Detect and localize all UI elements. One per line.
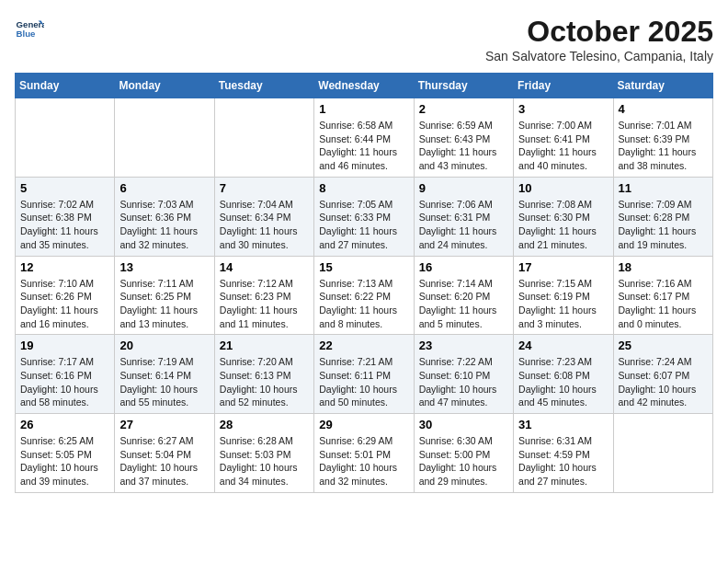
day-info: Sunrise: 6:29 AM Sunset: 5:01 PM Dayligh…: [319, 434, 408, 488]
day-cell: 24Sunrise: 7:23 AM Sunset: 6:08 PM Dayli…: [514, 335, 613, 414]
location-subtitle: San Salvatore Telesino, Campania, Italy: [485, 49, 713, 63]
day-cell: 20Sunrise: 7:19 AM Sunset: 6:14 PM Dayli…: [115, 335, 214, 414]
day-number: 19: [20, 339, 109, 352]
col-header-thursday: Thursday: [414, 74, 513, 98]
day-cell: 7Sunrise: 7:04 AM Sunset: 6:34 PM Daylig…: [214, 177, 313, 256]
day-cell: [613, 414, 712, 493]
day-cell: 11Sunrise: 7:09 AM Sunset: 6:28 PM Dayli…: [613, 177, 712, 256]
day-number: 3: [518, 102, 608, 116]
day-cell: 22Sunrise: 7:21 AM Sunset: 6:11 PM Dayli…: [314, 335, 414, 414]
day-number: 11: [619, 181, 708, 195]
week-row-1: 1Sunrise: 6:58 AM Sunset: 6:44 PM Daylig…: [16, 98, 713, 178]
day-info: Sunrise: 7:17 AM Sunset: 6:16 PM Dayligh…: [20, 355, 109, 409]
day-info: Sunrise: 6:31 AM Sunset: 4:59 PM Dayligh…: [518, 434, 608, 488]
day-number: 4: [619, 102, 708, 116]
day-cell: 25Sunrise: 7:24 AM Sunset: 6:07 PM Dayli…: [613, 335, 712, 414]
day-number: 7: [220, 181, 309, 195]
day-info: Sunrise: 7:15 AM Sunset: 6:19 PM Dayligh…: [518, 277, 608, 331]
day-cell: 12Sunrise: 7:10 AM Sunset: 6:26 PM Dayli…: [16, 256, 115, 335]
day-info: Sunrise: 7:08 AM Sunset: 6:30 PM Dayligh…: [518, 198, 608, 252]
week-row-2: 5Sunrise: 7:02 AM Sunset: 6:38 PM Daylig…: [16, 177, 713, 256]
day-cell: 30Sunrise: 6:30 AM Sunset: 5:00 PM Dayli…: [414, 414, 513, 493]
day-cell: 5Sunrise: 7:02 AM Sunset: 6:38 PM Daylig…: [16, 177, 115, 256]
day-info: Sunrise: 7:22 AM Sunset: 6:10 PM Dayligh…: [419, 355, 508, 409]
day-info: Sunrise: 6:30 AM Sunset: 5:00 PM Dayligh…: [419, 434, 508, 488]
day-info: Sunrise: 7:19 AM Sunset: 6:14 PM Dayligh…: [119, 355, 209, 409]
day-cell: 3Sunrise: 7:00 AM Sunset: 6:41 PM Daylig…: [514, 98, 613, 178]
day-number: 30: [419, 418, 508, 431]
day-number: 15: [319, 260, 408, 274]
day-info: Sunrise: 7:11 AM Sunset: 6:25 PM Dayligh…: [119, 277, 209, 331]
day-cell: 18Sunrise: 7:16 AM Sunset: 6:17 PM Dayli…: [613, 256, 712, 335]
day-number: 24: [518, 339, 608, 352]
col-header-friday: Friday: [514, 74, 613, 98]
day-info: Sunrise: 7:04 AM Sunset: 6:34 PM Dayligh…: [220, 198, 309, 252]
day-info: Sunrise: 7:12 AM Sunset: 6:23 PM Dayligh…: [220, 277, 309, 331]
day-info: Sunrise: 7:05 AM Sunset: 6:33 PM Dayligh…: [319, 198, 408, 252]
day-info: Sunrise: 7:10 AM Sunset: 6:26 PM Dayligh…: [20, 277, 109, 331]
day-info: Sunrise: 7:16 AM Sunset: 6:17 PM Dayligh…: [619, 277, 708, 331]
day-number: 23: [419, 339, 508, 352]
day-cell: 31Sunrise: 6:31 AM Sunset: 4:59 PM Dayli…: [514, 414, 613, 493]
day-cell: 15Sunrise: 7:13 AM Sunset: 6:22 PM Dayli…: [314, 256, 414, 335]
col-header-monday: Monday: [115, 74, 214, 98]
day-number: 27: [119, 418, 209, 431]
col-header-tuesday: Tuesday: [214, 74, 313, 98]
day-cell: 19Sunrise: 7:17 AM Sunset: 6:16 PM Dayli…: [16, 335, 115, 414]
logo: General Blue: [15, 15, 44, 44]
day-info: Sunrise: 6:28 AM Sunset: 5:03 PM Dayligh…: [220, 434, 309, 488]
day-cell: 4Sunrise: 7:01 AM Sunset: 6:39 PM Daylig…: [613, 98, 712, 178]
day-number: 21: [220, 339, 309, 352]
day-cell: 2Sunrise: 6:59 AM Sunset: 6:43 PM Daylig…: [414, 98, 513, 178]
day-info: Sunrise: 7:14 AM Sunset: 6:20 PM Dayligh…: [419, 277, 508, 331]
page-header: General Blue October 2025 San Salvatore …: [15, 15, 713, 63]
svg-text:Blue: Blue: [17, 29, 36, 39]
day-info: Sunrise: 6:59 AM Sunset: 6:43 PM Dayligh…: [419, 119, 508, 173]
day-number: 22: [319, 339, 408, 352]
day-number: 1: [319, 102, 408, 116]
day-number: 29: [319, 418, 408, 431]
day-cell: 29Sunrise: 6:29 AM Sunset: 5:01 PM Dayli…: [314, 414, 414, 493]
day-info: Sunrise: 7:09 AM Sunset: 6:28 PM Dayligh…: [619, 198, 708, 252]
day-number: 5: [20, 181, 109, 195]
day-cell: 16Sunrise: 7:14 AM Sunset: 6:20 PM Dayli…: [414, 256, 513, 335]
day-number: 16: [419, 260, 508, 274]
week-row-4: 19Sunrise: 7:17 AM Sunset: 6:16 PM Dayli…: [16, 335, 713, 414]
day-cell: [16, 98, 115, 178]
day-cell: [214, 98, 313, 178]
day-cell: 17Sunrise: 7:15 AM Sunset: 6:19 PM Dayli…: [514, 256, 613, 335]
calendar-table: SundayMondayTuesdayWednesdayThursdayFrid…: [15, 73, 713, 493]
day-number: 20: [119, 339, 209, 352]
title-area: October 2025 San Salvatore Telesino, Cam…: [485, 15, 713, 63]
day-info: Sunrise: 7:23 AM Sunset: 6:08 PM Dayligh…: [518, 355, 608, 409]
day-number: 12: [20, 260, 109, 274]
month-title: October 2025: [485, 15, 713, 49]
col-header-wednesday: Wednesday: [314, 74, 414, 98]
day-info: Sunrise: 7:00 AM Sunset: 6:41 PM Dayligh…: [518, 119, 608, 173]
day-info: Sunrise: 7:06 AM Sunset: 6:31 PM Dayligh…: [419, 198, 508, 252]
day-number: 26: [20, 418, 109, 431]
day-info: Sunrise: 7:21 AM Sunset: 6:11 PM Dayligh…: [319, 355, 408, 409]
week-row-5: 26Sunrise: 6:25 AM Sunset: 5:05 PM Dayli…: [16, 414, 713, 493]
day-info: Sunrise: 7:24 AM Sunset: 6:07 PM Dayligh…: [619, 355, 708, 409]
day-number: 13: [119, 260, 209, 274]
day-cell: 28Sunrise: 6:28 AM Sunset: 5:03 PM Dayli…: [214, 414, 313, 493]
day-cell: [115, 98, 214, 178]
day-cell: 23Sunrise: 7:22 AM Sunset: 6:10 PM Dayli…: [414, 335, 513, 414]
day-cell: 10Sunrise: 7:08 AM Sunset: 6:30 PM Dayli…: [514, 177, 613, 256]
day-number: 31: [518, 418, 608, 431]
day-info: Sunrise: 7:01 AM Sunset: 6:39 PM Dayligh…: [619, 119, 708, 173]
day-number: 25: [619, 339, 708, 352]
col-header-saturday: Saturday: [613, 74, 712, 98]
day-cell: 27Sunrise: 6:27 AM Sunset: 5:04 PM Dayli…: [115, 414, 214, 493]
day-info: Sunrise: 6:27 AM Sunset: 5:04 PM Dayligh…: [119, 434, 209, 488]
day-number: 8: [319, 181, 408, 195]
week-row-3: 12Sunrise: 7:10 AM Sunset: 6:26 PM Dayli…: [16, 256, 713, 335]
day-cell: 6Sunrise: 7:03 AM Sunset: 6:36 PM Daylig…: [115, 177, 214, 256]
day-info: Sunrise: 6:25 AM Sunset: 5:05 PM Dayligh…: [20, 434, 109, 488]
day-info: Sunrise: 6:58 AM Sunset: 6:44 PM Dayligh…: [319, 119, 408, 173]
day-number: 10: [518, 181, 608, 195]
day-number: 9: [419, 181, 508, 195]
day-cell: 13Sunrise: 7:11 AM Sunset: 6:25 PM Dayli…: [115, 256, 214, 335]
day-cell: 14Sunrise: 7:12 AM Sunset: 6:23 PM Dayli…: [214, 256, 313, 335]
